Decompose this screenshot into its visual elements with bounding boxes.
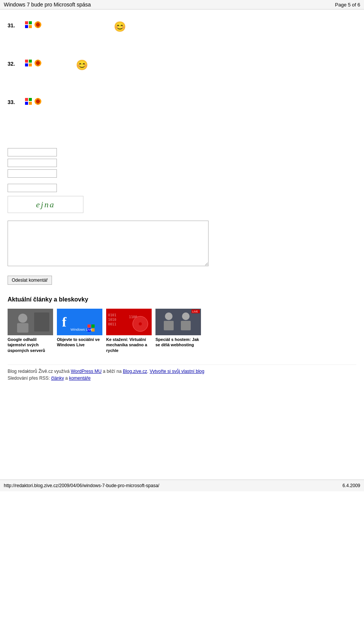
footer-blog-link[interactable]: Blog.zive.cz [123, 369, 147, 374]
submit-comment-button[interactable]: Odeslat komentář [8, 276, 52, 285]
article-image-4: LIVE [155, 309, 201, 335]
svg-point-19 [18, 314, 27, 323]
article-thumb-1 [8, 309, 53, 335]
svg-rect-3 [29, 25, 32, 28]
footer-text: Blog redaktorů Živě.cz využívá WordPress… [8, 364, 356, 385]
comment-textarea[interactable] [8, 221, 209, 266]
windows-flag-icon-32 [25, 60, 32, 68]
article-thumb-2: f Windows Live [57, 309, 102, 335]
footer-rss-text: Sledování přes RSS: [8, 376, 50, 381]
svg-rect-21 [34, 312, 49, 331]
footer-create-link[interactable]: Vytvořte si svůj vlastní blog [150, 369, 204, 374]
smiley-31: 😊 [114, 21, 126, 33]
svg-point-39 [182, 312, 190, 320]
footer-comments-link[interactable]: komentáře [69, 376, 91, 381]
footer-url-bar: http://redaktori.blog.zive.cz/2009/04/06… [0, 480, 364, 491]
page-info: Page 5 of 6 [335, 2, 361, 8]
smiley-32: 😊 [76, 59, 88, 71]
footer-blog-text: Blog redaktorů Živě.cz využívá [8, 369, 69, 374]
article-card-4[interactable]: LIVE Speciál s hostem: Jak se dělá webho… [155, 309, 201, 353]
article-image-1 [8, 309, 53, 335]
svg-point-35 [139, 322, 142, 325]
svg-rect-25 [91, 325, 94, 328]
svg-rect-9 [29, 63, 32, 66]
item-number-31: 31. [8, 22, 23, 28]
article-image-3: 0101 1010 0011 1100 [106, 309, 152, 335]
article-thumb-3: 0101 1010 0011 1100 [106, 309, 152, 335]
article-card-3[interactable]: 0101 1010 0011 1100 Ke stažení: Virtuáln… [106, 309, 152, 353]
footer-dot: . [147, 369, 148, 374]
firefox-icon-32 [34, 59, 42, 68]
form-input-2[interactable] [8, 159, 57, 167]
main-content: 31. 😊 [0, 9, 364, 464]
form-input-3[interactable] [8, 169, 57, 178]
svg-text:0011: 0011 [108, 322, 116, 326]
svg-rect-13 [29, 98, 32, 101]
firefox-icon-33 [34, 98, 42, 106]
item-number-32: 32. [8, 61, 23, 67]
firefox-icon-31 [34, 21, 42, 30]
svg-rect-40 [181, 321, 191, 330]
article-thumb-4: LIVE [155, 309, 201, 335]
windows-flag-icon-31 [25, 21, 32, 29]
articles-grid: Google odhalil tajemství svých úsporných… [8, 309, 356, 353]
article-image-2: f Windows Live [60, 309, 102, 335]
page-title: Windows 7 bude pro Microsoft spása [4, 2, 91, 8]
svg-rect-15 [29, 102, 32, 105]
svg-rect-38 [164, 321, 174, 330]
svg-point-37 [165, 312, 173, 320]
form-input-1[interactable] [8, 148, 57, 156]
captcha-text: ejna [36, 200, 55, 210]
svg-text:LIVE: LIVE [192, 310, 198, 313]
form-input-4[interactable] [8, 184, 57, 192]
article-label-1: Google odhalil tajemství svých úsporných… [8, 337, 53, 353]
svg-rect-6 [25, 60, 28, 63]
captcha-image: ejna [8, 196, 83, 213]
footer-url-text: http://redaktori.blog.zive.cz/2009/04/06… [4, 483, 159, 488]
article-label-4: Speciál s hostem: Jak se dělá webhosting [155, 337, 201, 348]
footer-and2: a [65, 376, 68, 381]
footer-and-text: a běží na [103, 369, 121, 374]
windows-flag-icon-33 [25, 98, 32, 106]
item-number-33: 33. [8, 99, 23, 105]
svg-text:1010: 1010 [108, 318, 116, 322]
article-card-1[interactable]: Google odhalil tajemství svých úsporných… [8, 309, 53, 353]
svg-rect-20 [17, 323, 28, 333]
article-label-3: Ke stažení: Virtuální mechanika snadno a… [106, 337, 152, 353]
svg-rect-12 [25, 98, 28, 101]
articles-section: Aktuální články a bleskovky Google odhal… [8, 296, 356, 353]
footer-date-text: 6.4.2009 [342, 483, 360, 488]
svg-text:0101: 0101 [108, 313, 116, 317]
svg-rect-24 [88, 325, 91, 328]
comment-form: ejna Odeslat komentář [8, 148, 356, 285]
footer-wordpress-link[interactable]: WordPress MU [71, 369, 102, 374]
svg-text:Windows Live: Windows Live [71, 328, 93, 331]
article-label-2: Objevte to sociální ve Windows Live [57, 337, 102, 348]
svg-rect-1 [29, 21, 32, 24]
svg-rect-8 [25, 63, 28, 66]
article-card-2[interactable]: f Windows Live Objevte to sociální ve Wi… [57, 309, 102, 353]
header-bar: Windows 7 bude pro Microsoft spása Page … [0, 0, 364, 9]
svg-rect-14 [25, 102, 28, 105]
svg-rect-2 [25, 25, 28, 28]
svg-rect-0 [25, 21, 28, 24]
footer-articles-link[interactable]: články [51, 376, 64, 381]
articles-section-title: Aktuální články a bleskovky [8, 296, 356, 303]
svg-rect-7 [29, 60, 32, 63]
svg-text:f: f [62, 314, 67, 330]
